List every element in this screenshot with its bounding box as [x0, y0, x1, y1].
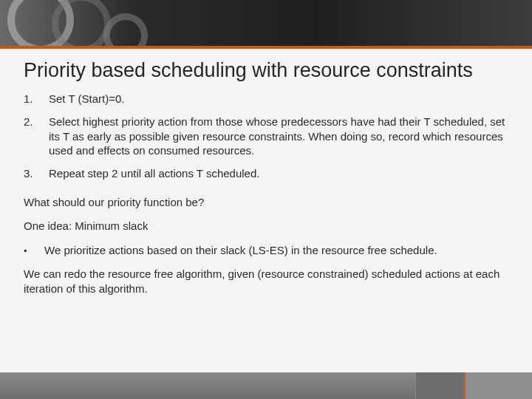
closing-text: We can redo the resource free algorithm,…	[24, 267, 508, 297]
step-item: Select highest priority action from thos…	[24, 115, 508, 157]
step-text: Select highest priority action from thos…	[49, 115, 508, 157]
footer-bar	[0, 372, 532, 399]
step-item: Repeat step 2 until all actions T schedu…	[24, 166, 508, 180]
bullet-text: We prioritize actions based on their sla…	[44, 243, 437, 258]
footer-segment	[415, 372, 463, 399]
step-text: Repeat step 2 until all actions T schedu…	[49, 166, 259, 180]
gear-icon	[103, 13, 148, 46]
bullet-item: We prioritize actions based on their sla…	[24, 243, 508, 258]
step-item: Set T (Start)=0.	[24, 92, 508, 106]
banner-image	[0, 0, 532, 46]
bullet-list: We prioritize actions based on their sla…	[24, 243, 508, 258]
content-area: Priority based scheduling with resource …	[0, 49, 532, 372]
idea-text: One idea: Minimum slack	[24, 219, 508, 233]
slide-title: Priority based scheduling with resource …	[24, 59, 508, 81]
slide: Priority based scheduling with resource …	[0, 0, 532, 399]
step-text: Set T (Start)=0.	[49, 92, 124, 106]
steps-list: Set T (Start)=0. Select highest priority…	[24, 92, 508, 180]
question-text: What should our priority function be?	[24, 195, 508, 210]
